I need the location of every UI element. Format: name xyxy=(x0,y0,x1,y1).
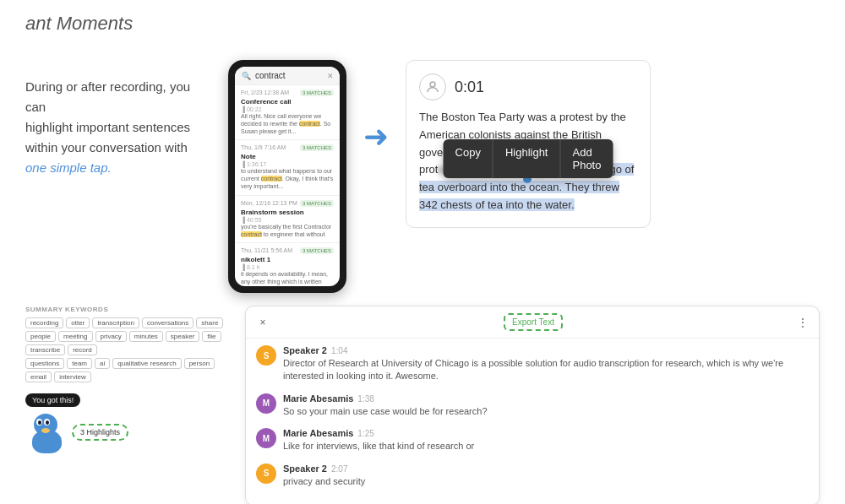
transcript-entry: M Marie Abesamis 1:38 So so your main us… xyxy=(256,393,809,418)
avatar xyxy=(419,73,446,100)
keyword-tag: ai xyxy=(95,358,110,369)
highlights-section: You got this! 3 Highlights xyxy=(25,391,228,453)
description-line3: within your conversation with xyxy=(25,140,188,154)
speaker-text: Director of Research at University of Ch… xyxy=(283,357,809,383)
speaker-text: privacy and security xyxy=(283,475,809,488)
speaker-time: 1:25 xyxy=(357,429,373,438)
keywords-row-2: questions team ai qualitative research p… xyxy=(25,358,228,382)
speaker-text: Like for interviews, like that kind of r… xyxy=(283,440,809,453)
transcript-entry: M Marie Abesamis 1:25 Like for interview… xyxy=(256,428,809,453)
speaker-time: 1:04 xyxy=(331,346,347,355)
transcript-entry: S Speaker 2 1:04 Director of Research at… xyxy=(256,345,809,383)
copy-button[interactable]: Copy xyxy=(444,139,493,178)
keyword-tag: recording xyxy=(25,317,63,328)
keyword-tag: otter xyxy=(66,317,90,328)
transcript-header: × Export Text ⋮ xyxy=(246,306,819,339)
phone-mockup: 🔍 ✕ Fri, 2/23 12:38 AM 3 MATCHES Confere… xyxy=(228,60,346,293)
speaker-avatar: S xyxy=(256,345,276,366)
mascot xyxy=(25,411,68,453)
keyword-tag: person xyxy=(184,358,215,369)
keyword-tag: record xyxy=(68,344,97,355)
highlight-phrase: one simple tap. xyxy=(25,160,112,175)
highlight-button[interactable]: Highlight xyxy=(493,139,561,178)
transcript-panel: × Export Text ⋮ S Speaker 2 1:04 Directo… xyxy=(245,306,820,504)
phone-list-item: Thu, 11/21 5:56 AM 3 MATCHES nikolett 1 … xyxy=(235,243,340,286)
speaker-text: So so your main use case would be for re… xyxy=(283,405,809,418)
speaker-info: Speaker 2 2:07 privacy and security xyxy=(283,463,809,488)
description-area: During or after recording, you can highl… xyxy=(25,51,211,178)
keyword-tag: transcription xyxy=(92,317,139,328)
phone-list-item: Thu, 1/9 7:16 AM 3 MATCHES Note ▐ 1:36:1… xyxy=(235,140,340,195)
speaker-avatar: S xyxy=(256,463,276,484)
phone-list: Fri, 2/23 12:38 AM 3 MATCHES Conference … xyxy=(235,85,340,286)
keyword-tag: qualitative research xyxy=(112,358,181,369)
export-text-button[interactable]: Export Text xyxy=(504,313,563,331)
description-line1: During or after recording, you can xyxy=(25,79,190,114)
keywords-row-1: recording otter transcription conversati… xyxy=(25,317,228,355)
keyword-tag: transcribe xyxy=(25,344,65,355)
mascot-area: 3 Highlights xyxy=(25,411,228,453)
keyword-tag: file xyxy=(202,331,221,342)
phone-close-icon[interactable]: ✕ xyxy=(327,72,334,80)
highlights-count: 3 Highlights xyxy=(72,424,128,441)
svg-point-0 xyxy=(430,82,435,87)
description-line2: highlight important sentences xyxy=(25,120,190,134)
keyword-tag: speaker xyxy=(166,331,199,342)
text-action-bar: Copy Highlight Add Photo xyxy=(444,139,613,178)
keyword-tag: email xyxy=(25,371,52,382)
speaker-avatar: M xyxy=(256,393,276,414)
keyword-tag: minutes xyxy=(129,331,163,342)
transcript-body: S Speaker 2 1:04 Director of Research at… xyxy=(246,339,819,504)
three-dots-menu[interactable]: ⋮ xyxy=(797,316,809,329)
speaker-info: Speaker 2 1:04 Director of Research at U… xyxy=(283,345,809,383)
keyword-tag: share xyxy=(196,317,223,328)
speaker-avatar: M xyxy=(256,428,276,448)
keyword-tag: privacy xyxy=(95,331,127,342)
search-icon: 🔍 xyxy=(242,72,251,80)
speaker-time: 1:38 xyxy=(357,394,373,404)
keywords-label: SUMMARY KEYWORDS xyxy=(25,306,228,313)
keyword-tag: meeting xyxy=(58,331,92,342)
reading-card: 0:01 The Boston Tea Party was a protest … xyxy=(406,60,651,228)
speaker-time: 2:07 xyxy=(331,464,347,474)
speaker-name: Marie Abesamis xyxy=(283,393,353,404)
transcript-entry: S Speaker 2 2:07 privacy and security xyxy=(256,463,809,488)
speaker-name: Speaker 2 xyxy=(283,345,327,355)
speaker-info: Marie Abesamis 1:25 Like for interviews,… xyxy=(283,428,809,453)
keyword-tag: team xyxy=(67,358,92,369)
got-this-bubble: You got this! xyxy=(25,393,80,407)
phone-list-item: Mon, 12/16 12:13 PM 3 MATCHES Brainstorm… xyxy=(235,196,340,243)
keywords-panel: SUMMARY KEYWORDS recording otter transcr… xyxy=(25,306,228,504)
phone-list-item: Fri, 2/23 12:38 AM 3 MATCHES Conference … xyxy=(235,85,340,140)
speaker-info: Marie Abesamis 1:38 So so your main use … xyxy=(283,393,809,418)
keyword-tag: people xyxy=(25,331,56,342)
speaker-name: Marie Abesamis xyxy=(283,428,353,438)
add-photo-button[interactable]: Add Photo xyxy=(560,139,613,178)
phone-search-input[interactable] xyxy=(255,71,323,80)
speaker-name: Speaker 2 xyxy=(283,463,327,474)
keyword-tag: interview xyxy=(54,371,91,382)
keyword-tag: questions xyxy=(25,358,64,369)
page-title: ant Moments xyxy=(0,0,845,35)
keyword-tag: conversations xyxy=(142,317,194,328)
reading-timestamp: 0:01 xyxy=(455,79,484,96)
transcript-close-button[interactable]: × xyxy=(256,316,270,329)
arrow: ➜ xyxy=(363,51,389,154)
